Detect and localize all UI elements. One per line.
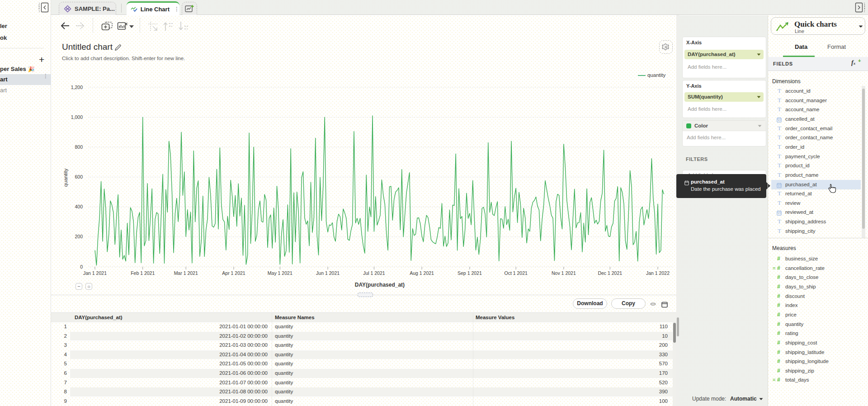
svg-text:Sep 1 2021: Sep 1 2021 — [458, 270, 482, 276]
svg-text:1,200: 1,200 — [71, 85, 83, 90]
svg-text:May 1 2021: May 1 2021 — [268, 270, 292, 276]
svg-text:Feb 1 2021: Feb 1 2021 — [131, 270, 155, 276]
svg-text:Jan 1 2021: Jan 1 2021 — [83, 270, 107, 276]
svg-text:400: 400 — [75, 204, 83, 209]
svg-text:Jul 1 2021: Jul 1 2021 — [363, 270, 385, 276]
svg-text:1,000: 1,000 — [71, 114, 83, 120]
svg-text:600: 600 — [75, 174, 83, 179]
svg-text:Jun 1 2021: Jun 1 2021 — [316, 270, 340, 276]
svg-text:Nov 1 2021: Nov 1 2021 — [552, 270, 576, 276]
svg-text:0: 0 — [80, 264, 83, 269]
svg-text:Mar 1 2021: Mar 1 2021 — [174, 270, 198, 276]
svg-text:Apr 1 2021: Apr 1 2021 — [222, 270, 245, 276]
svg-text:Dec 1 2021: Dec 1 2021 — [598, 270, 622, 276]
svg-text:200: 200 — [75, 234, 83, 239]
svg-text:quantity: quantity — [63, 169, 68, 187]
svg-text:Jan 1 2022: Jan 1 2022 — [646, 270, 670, 276]
svg-text:Aug 1 2021: Aug 1 2021 — [410, 270, 434, 276]
svg-text:DAY(purchased_at): DAY(purchased_at) — [355, 282, 405, 288]
svg-text:Oct 1 2021: Oct 1 2021 — [505, 270, 528, 276]
svg-text:800: 800 — [75, 144, 83, 150]
